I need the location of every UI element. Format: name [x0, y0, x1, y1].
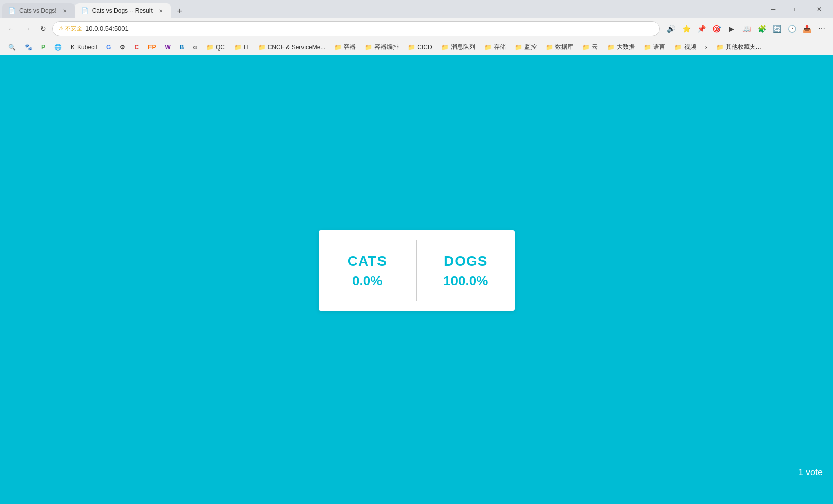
dogs-percent: 100.0%	[443, 273, 488, 289]
result-card: CATS 0.0% DOGS 100.0%	[319, 230, 515, 311]
url-text: 10.0.0.54:5001	[85, 25, 129, 32]
cats-side: CATS 0.0%	[319, 230, 417, 311]
bookmark-c[interactable]: C	[130, 43, 143, 52]
downloads-icon[interactable]: 📥	[800, 22, 814, 36]
update-icon[interactable]: 🔄	[770, 22, 784, 36]
forward-button[interactable]: →	[20, 22, 34, 36]
bookmark-gear[interactable]: ⚙	[116, 43, 129, 52]
dogs-label: DOGS	[444, 253, 487, 269]
bookmark-folder-orchestration[interactable]: 📁容器编排	[361, 42, 403, 52]
bookmark-folder-video[interactable]: 📁视频	[670, 42, 700, 52]
reload-button[interactable]: ↻	[36, 22, 50, 36]
extensions-icon[interactable]: 🧩	[754, 22, 769, 36]
bookmark-folder-bigdata[interactable]: 📁大数据	[603, 42, 639, 52]
immersive-icon[interactable]: 📖	[739, 22, 753, 36]
back-button[interactable]: ←	[4, 22, 18, 36]
bookmark-search[interactable]: 🔍	[4, 43, 20, 52]
bookmark-more[interactable]: ›	[701, 43, 711, 52]
security-warning: ⚠ 不安全	[59, 25, 82, 32]
bookmark-folder-container[interactable]: 📁容器	[330, 42, 360, 52]
cats-percent: 0.0%	[352, 273, 382, 289]
tab-icon-2: 📄	[81, 7, 88, 14]
address-bar: ← → ↻ ⚠ 不安全 10.0.0.54:5001 🔊 ⭐ 📌 🎯 ▶ 📖 🧩…	[0, 18, 833, 39]
history-icon[interactable]: 🕐	[785, 22, 799, 36]
tab-close-2[interactable]: ✕	[157, 7, 165, 15]
bookmark-kubectl[interactable]: KKubectl	[67, 43, 101, 52]
bookmark-3[interactable]: 🌐	[50, 43, 66, 52]
read-aloud-icon[interactable]: 🔊	[664, 22, 678, 36]
tab-icon-1: 📄	[8, 7, 15, 14]
dogs-side: DOGS 100.0%	[417, 230, 515, 311]
toolbar-icons: 🔊 ⭐ 📌 🎯 ▶ 📖 🧩 🔄 🕐 📥 ⋯	[664, 22, 829, 36]
bookmark-folder-qc[interactable]: 📁QC	[202, 43, 229, 52]
bookmark-folder-monitor[interactable]: 📁监控	[511, 42, 541, 52]
bookmark-other[interactable]: 📁其他收藏夹...	[712, 42, 765, 52]
tab-cats-vs-dogs[interactable]: 📄 Cats vs Dogs! ✕	[2, 3, 75, 18]
page-content: CATS 0.0% DOGS 100.0% 1 vote	[0, 55, 833, 486]
browser-chrome: 📄 Cats vs Dogs! ✕ 📄 Cats vs Dogs -- Resu…	[0, 0, 833, 55]
tab-title-1: Cats vs Dogs!	[19, 7, 57, 14]
bookmark-g[interactable]: G	[102, 43, 115, 52]
minimize-button[interactable]: ─	[762, 0, 785, 18]
menu-icon[interactable]: ⋯	[815, 22, 829, 36]
tab-result[interactable]: 📄 Cats vs Dogs -- Result ✕	[75, 3, 171, 18]
bookmark-folder-mq[interactable]: 📁消息队列	[437, 42, 479, 52]
close-button[interactable]: ✕	[808, 0, 831, 18]
tabs-bar: 📄 Cats vs Dogs! ✕ 📄 Cats vs Dogs -- Resu…	[0, 0, 833, 18]
play-icon[interactable]: ▶	[724, 22, 738, 36]
maximize-button[interactable]: □	[785, 0, 808, 18]
bookmark-1[interactable]: 🐾	[21, 43, 36, 52]
vote-count: 1 vote	[798, 467, 823, 478]
bookmarks-bar: 🔍 🐾 P 🌐 KKubectl G ⚙ C FP W B ∞ 📁QC 📁IT …	[0, 39, 833, 55]
bookmark-folder-cncf[interactable]: 📁CNCF & ServiceMe...	[254, 43, 330, 52]
bookmark-w[interactable]: W	[161, 43, 174, 52]
tab-close-1[interactable]: ✕	[61, 7, 69, 15]
pin-icon[interactable]: 📌	[694, 22, 708, 36]
favorites-icon[interactable]: ⭐	[679, 22, 693, 36]
bookmark-fp[interactable]: FP	[144, 43, 160, 52]
address-input[interactable]: ⚠ 不安全 10.0.0.54:5001	[52, 21, 660, 36]
cats-label: CATS	[348, 253, 387, 269]
bookmark-inf[interactable]: ∞	[189, 43, 201, 52]
bookmark-2[interactable]: P	[37, 43, 49, 52]
new-tab-button[interactable]: +	[173, 4, 187, 18]
bookmark-folder-it[interactable]: 📁IT	[230, 43, 253, 52]
bookmark-folder-lang[interactable]: 📁语言	[640, 42, 669, 52]
bookmark-b[interactable]: B	[176, 43, 188, 52]
bookmark-folder-cicd[interactable]: 📁CICD	[404, 43, 436, 52]
bookmark-folder-cloud[interactable]: 📁云	[578, 42, 602, 52]
bookmark-folder-storage[interactable]: 📁存储	[480, 42, 510, 52]
tab-title-2: Cats vs Dogs -- Result	[92, 7, 153, 14]
bookmark-folder-db[interactable]: 📁数据库	[542, 42, 577, 52]
collections-icon[interactable]: 🎯	[709, 22, 723, 36]
